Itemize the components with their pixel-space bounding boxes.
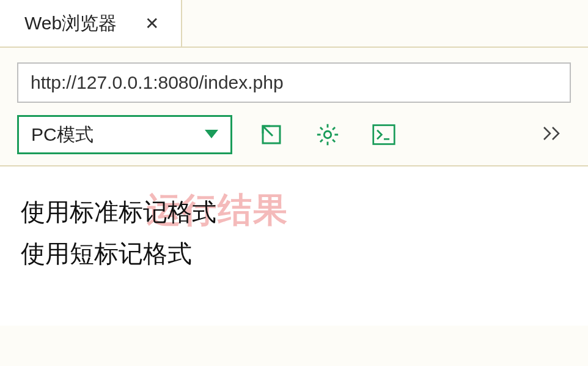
tab-title: Web浏览器 [24,11,117,36]
gear-icon[interactable] [315,122,340,147]
toolbar-icons [259,122,396,147]
svg-rect-4 [373,125,395,144]
svg-point-3 [324,131,331,138]
open-external-icon[interactable] [259,122,284,147]
output-line-1: 使用标准标记格式 [21,191,567,233]
address-input[interactable] [17,62,571,103]
address-row [0,48,588,103]
svg-marker-0 [205,130,218,138]
terminal-icon[interactable] [372,122,396,147]
close-icon[interactable]: ✕ [140,11,164,36]
tab-web-browser[interactable]: Web浏览器 ✕ [0,0,182,47]
browser-chrome: Web浏览器 ✕ PC模式 [0,0,588,166]
page-content: 运行结果 使用标准标记格式 使用短标记格式 [0,166,588,326]
svg-line-2 [263,126,273,136]
more-icon[interactable] [542,125,571,144]
toolbar: PC模式 [0,103,588,154]
output-line-2: 使用短标记格式 [21,233,567,274]
mode-label: PC模式 [31,122,94,148]
mode-select[interactable]: PC模式 [17,115,232,154]
tab-bar: Web浏览器 ✕ [0,0,588,48]
dropdown-arrow-icon [205,130,218,140]
